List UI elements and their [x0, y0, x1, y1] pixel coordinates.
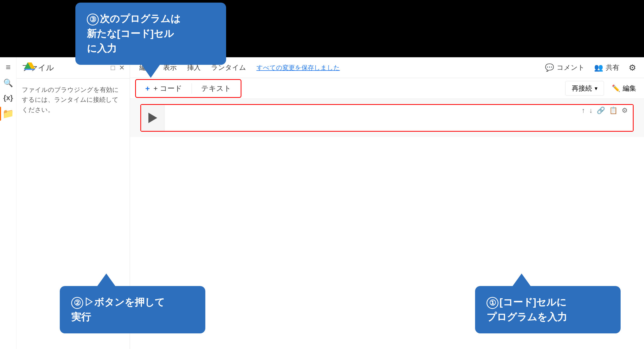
sidebar-message: ファイルのブラウジングを有効にするには、ランタイムに接続してください。 — [22, 85, 125, 115]
window-icon[interactable]: □ — [111, 64, 115, 72]
settings-button[interactable]: ⚙ — [629, 63, 636, 73]
google-drive-icon — [24, 60, 35, 71]
drive-logo-area — [24, 60, 35, 72]
callout-top-text: ③次のプログラムは新たな[コード]セルに入力 — [87, 13, 181, 54]
move-down-icon[interactable]: ↓ — [589, 106, 593, 115]
cell-toolbar: ↑ ↓ 🔗 📋 ⚙ — [582, 106, 628, 115]
code-cell: ↑ ↓ 🔗 📋 ⚙ — [140, 104, 634, 132]
callout-left-arrow — [97, 274, 116, 287]
close-icon[interactable]: ✕ — [119, 64, 125, 72]
callout-right-arrow — [512, 274, 531, 287]
chevron-down-icon: ▾ — [595, 85, 597, 92]
active-indicator — [0, 107, 1, 121]
variables-icon[interactable]: {x} — [3, 94, 13, 102]
search-nav-icon[interactable]: 🔍 — [3, 78, 13, 87]
text-label: テキスト — [201, 84, 231, 92]
run-button[interactable] — [141, 105, 165, 131]
comment-icon: 💬 — [545, 63, 554, 72]
run-triangle-icon — [148, 113, 157, 123]
reconnect-label: 再接続 — [572, 84, 592, 93]
action-bar-right: 再接続 ▾ ✏️ 編集 — [565, 81, 636, 96]
people-icon: 👥 — [594, 63, 603, 72]
pencil-icon: ✏️ — [612, 84, 620, 92]
callout-bottom-left: ②▷ボタンを押して実行 — [60, 286, 205, 333]
callout-right-text: ①[コード]セルにプログラムを入力 — [487, 297, 567, 322]
add-text-button[interactable]: テキスト — [192, 80, 241, 97]
save-status: すべての変更を保存しました — [257, 64, 340, 72]
plus-icon: + — [145, 84, 150, 93]
edit-button[interactable]: ✏️ 編集 — [612, 84, 636, 93]
move-up-icon[interactable]: ↑ — [582, 106, 585, 115]
edit-label: 編集 — [623, 84, 636, 93]
callout-top: ③次のプログラムは新たな[コード]セルに入力 — [75, 3, 226, 65]
link-icon[interactable]: 🔗 — [597, 106, 605, 115]
cell-area: ↑ ↓ 🔗 📋 ⚙ — [130, 99, 644, 137]
callout-left-text: ②▷ボタンを押して実行 — [71, 297, 165, 322]
hamburger-icon[interactable]: ≡ — [6, 62, 11, 72]
callout-top-circle: ③ — [87, 14, 99, 26]
sidebar-nav-column: ≡ 🔍 {x} 📁 — [0, 57, 17, 349]
cell-input-area[interactable] — [165, 105, 633, 131]
folder-icon: 📁 — [2, 108, 14, 119]
code-label: + コード — [154, 84, 182, 93]
reconnect-button[interactable]: 再接続 ▾ — [565, 81, 604, 96]
comment-button[interactable]: 💬 コメント — [545, 63, 585, 72]
right-toolbar: 💬 コメント 👥 共有 ⚙ — [545, 63, 636, 73]
callout-top-arrow — [141, 64, 160, 77]
share-button[interactable]: 👥 共有 — [594, 63, 619, 72]
share-label: 共有 — [606, 63, 619, 72]
svg-rect-1 — [24, 69, 35, 70]
comment-label: コメント — [557, 63, 585, 72]
add-code-button[interactable]: + + コード — [136, 80, 192, 97]
sidebar-content: ファイルのブラウジングを有効にするには、ランタイムに接続してください。 — [17, 79, 130, 121]
gear-icon: ⚙ — [629, 63, 636, 73]
files-nav-item[interactable]: 📁 — [2, 108, 14, 119]
note-icon[interactable]: 📋 — [609, 106, 617, 115]
callout-bottom-right: ①[コード]セルにプログラムを入力 — [475, 286, 621, 333]
cell-settings-icon[interactable]: ⚙ — [622, 106, 628, 115]
add-cell-group: + + コード テキスト — [135, 79, 241, 98]
